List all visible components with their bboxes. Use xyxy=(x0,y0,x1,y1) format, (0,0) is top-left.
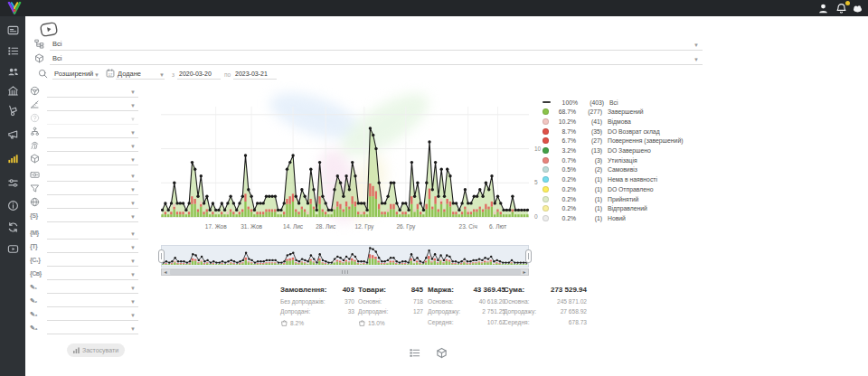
legend-item[interactable]: 0.2%(1)Новий xyxy=(542,213,705,222)
search-mode-dropdown[interactable]: Розширений ▼ xyxy=(52,67,99,80)
sidebar-item-info[interactable] xyxy=(7,200,19,212)
product-box-icon xyxy=(34,53,44,63)
stat-sub-label: Без допродажів: xyxy=(280,298,326,305)
sidebar-item-sync[interactable] xyxy=(7,221,19,233)
filter-row-funnel[interactable]: ▼ xyxy=(47,183,138,195)
bell-icon[interactable] xyxy=(835,3,848,14)
legend-dot-swatch xyxy=(542,196,549,202)
filter-row-fingerprint[interactable]: ▼ xyxy=(47,140,138,152)
date-field-value: Додане xyxy=(118,70,141,78)
date-from-input[interactable]: 2020-03-20 xyxy=(177,67,221,80)
legend-percent: 100% xyxy=(551,99,578,106)
help-video-icon[interactable] xyxy=(39,20,60,38)
brush-handle-left[interactable] xyxy=(158,249,165,263)
category-filter-dropdown[interactable]: Всі ▼ xyxy=(50,38,703,51)
chevron-down-icon: ▼ xyxy=(693,42,699,48)
cart-icon xyxy=(358,319,366,327)
scroll-right-arrow[interactable]: ► xyxy=(521,269,528,275)
chevron-down-icon: ▼ xyxy=(130,157,136,163)
legend-dot-swatch xyxy=(542,118,549,125)
legend-item[interactable]: 0.5%(2)Самовивіз xyxy=(542,165,705,174)
legend-item[interactable]: 68.7%(277)Завершений xyxy=(542,108,705,117)
sidebar-item-marketing[interactable] xyxy=(7,128,19,140)
filter-row-ruler[interactable]: ▼ xyxy=(47,99,138,111)
sidebar-item-analytics[interactable] xyxy=(7,153,19,164)
legend-percent: 68.7% xyxy=(549,108,576,115)
chart-brush-minimap[interactable] xyxy=(161,245,529,268)
globe-icon xyxy=(30,197,41,208)
sidebar-item-dashboard[interactable] xyxy=(7,24,19,36)
filter-row-pencil-4[interactable]: ✎₄▼ xyxy=(47,323,138,334)
package-view-icon[interactable] xyxy=(436,347,448,359)
filter-row-var-m[interactable]: {М}▼ xyxy=(47,228,138,240)
mini-chart-icon xyxy=(73,347,80,353)
legend-item[interactable]: 6.7%(27)Повернення (завершений) xyxy=(542,136,705,146)
sidebar-item-settings[interactable] xyxy=(7,177,19,189)
date-field-dropdown[interactable]: Додане ▼ xyxy=(116,67,165,80)
sidebar-item-delivery[interactable] xyxy=(7,105,19,117)
legend-item[interactable]: 10.2%(41)Відмова xyxy=(542,117,705,126)
filter-row-var-s[interactable]: {S}▼ xyxy=(47,211,138,222)
filter-row-pencil-2[interactable]: ✎₂▼ xyxy=(47,296,138,307)
app-logo[interactable] xyxy=(7,2,22,14)
apply-button[interactable]: Застосувати xyxy=(67,343,125,357)
stat-title: Сума: xyxy=(504,286,524,294)
filter-row-package[interactable]: ▼ xyxy=(47,154,138,165)
scrollbar-thumb[interactable] xyxy=(170,269,521,275)
apply-button-label: Застосувати xyxy=(82,347,118,353)
list-view-icon[interactable] xyxy=(409,347,420,359)
legend-item[interactable]: 0.2%(1)DO Отправлено xyxy=(542,184,705,193)
cloud-icon[interactable] xyxy=(852,3,864,14)
x-axis-tick: 17. Жов xyxy=(205,224,227,230)
legend-percent: 8.7% xyxy=(549,128,576,135)
filter-row-var-c1[interactable]: {С₁}▼ xyxy=(47,255,138,267)
legend-count: (13) xyxy=(576,147,602,154)
app-root: Всі ▼ Всі ▼ Розширений ▼ 17 Додане ▼ з 2… xyxy=(0,0,868,376)
filter-row-pencil-3[interactable]: ✎₃▼ xyxy=(47,309,138,321)
stat-column-товари: Товари:845Основні:718Допродані:12715.0% xyxy=(358,286,423,327)
calendar-icon[interactable]: 17 xyxy=(106,69,115,78)
stat-sub-label: Середня: xyxy=(504,319,530,325)
sidebar-item-shop[interactable] xyxy=(7,85,19,97)
brush-handle-right[interactable] xyxy=(525,249,532,263)
sidebar-item-customers[interactable] xyxy=(7,66,19,78)
pencil-3-icon: ✎₃ xyxy=(30,309,41,320)
scroll-left-arrow[interactable]: ◄ xyxy=(162,269,169,275)
search-icon[interactable] xyxy=(38,69,48,79)
filter-row-var-t[interactable]: {Т}▼ xyxy=(47,241,138,253)
filter-row-steering[interactable]: ▼ xyxy=(47,86,138,98)
legend-item[interactable]: 0.2%(1)Нема в наявності xyxy=(542,175,705,184)
legend-label: Новий xyxy=(602,215,626,221)
filter-row-pencil-1[interactable]: ✎₁▼ xyxy=(47,282,138,294)
legend-dot-swatch xyxy=(542,108,549,115)
product-filter-dropdown[interactable]: Всі ▼ xyxy=(50,52,703,65)
x-axis-tick: 28. Лис xyxy=(316,224,335,230)
date-to-input[interactable]: 2023-03-21 xyxy=(233,67,277,80)
sync-icon xyxy=(7,221,19,233)
legend-item[interactable]: 0.7%(3)Утилізація xyxy=(542,155,705,164)
filter-row-hierarchy[interactable]: ▼ xyxy=(47,127,138,138)
filter-row-globe[interactable]: ▼ xyxy=(47,197,138,209)
stat-sub-value: 245 871.02 xyxy=(557,298,587,305)
legend-label: Відмова xyxy=(602,118,631,125)
chevron-down-icon: ▼ xyxy=(130,103,136,108)
user-icon[interactable] xyxy=(817,3,830,14)
sidebar-item-orders[interactable] xyxy=(7,45,19,57)
legend-label: Утилізація xyxy=(602,157,637,164)
legend-item[interactable]: 100%(403)Всі xyxy=(542,98,705,107)
legend-label: DO Отправлено xyxy=(602,186,653,193)
y-axis-tick: 0 xyxy=(534,214,538,221)
legend-item[interactable]: 0.2%(1)Відправлений xyxy=(542,204,705,213)
x-axis-tick: 14. Лис xyxy=(283,224,303,230)
notification-badge xyxy=(845,1,850,5)
upsell-share-value: 8.2% xyxy=(290,320,304,326)
filter-row-var-cv[interactable]: {Св}▼ xyxy=(47,268,138,280)
legend-item[interactable]: 0.2%(1)Прийнятий xyxy=(542,194,705,203)
var-cv-icon: {Св} xyxy=(30,268,41,279)
sidebar-item-video[interactable] xyxy=(7,243,19,255)
orders-chart[interactable] xyxy=(161,90,529,219)
legend-item[interactable]: 3.2%(13)DO Завершено xyxy=(542,146,705,155)
chart-scrollbar[interactable]: ◄ ► xyxy=(161,268,529,276)
legend-item[interactable]: 8.7%(35)DO Возврат склад xyxy=(542,127,705,136)
filter-row-banknote[interactable]: ▼ xyxy=(47,170,138,182)
